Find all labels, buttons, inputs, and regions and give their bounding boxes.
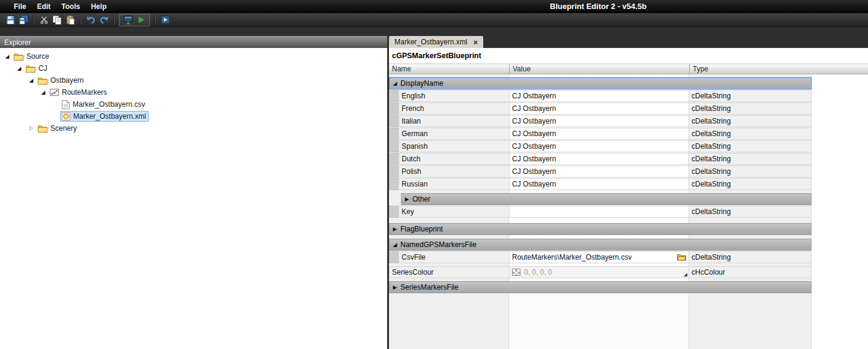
save-button[interactable] (4, 14, 16, 26)
copy-icon (53, 16, 61, 25)
grid-header: Name Value Type (389, 64, 868, 74)
tree-item-cj[interactable]: ◢CJ (0, 62, 387, 74)
tree-label: CJ (38, 64, 47, 73)
tree-node-ostbayern: Ostbayern (36, 75, 86, 86)
export-icon (124, 16, 133, 25)
indent-gutter (389, 128, 399, 140)
tree-node-source: Source (12, 51, 52, 62)
toolbar (0, 13, 868, 27)
prop-value-text: CJ Ostbayern (512, 117, 556, 125)
prop-value[interactable] (509, 206, 689, 218)
browse-folder-icon[interactable] (675, 254, 686, 261)
tab-close-icon[interactable]: × (473, 38, 478, 46)
tree-item-scenery[interactable]: ▷Scenery (0, 122, 387, 134)
column-header-name[interactable]: Name (389, 64, 509, 74)
tree-item-routemarkers[interactable]: ◢RouteMarkers (0, 86, 387, 98)
redo-icon (100, 16, 109, 24)
prop-value[interactable]: 0, 0, 0, 0 (509, 266, 689, 278)
toolbar-separator (33, 15, 34, 25)
indent-gutter (389, 153, 399, 165)
app-window: File Edit Tools Help Blueprint Editor 2 … (0, 0, 868, 349)
redo-button[interactable] (98, 14, 110, 26)
menu-edit[interactable]: Edit (32, 1, 56, 13)
expander-closed-icon[interactable]: ▷ (26, 122, 36, 134)
toolbar-separator (113, 15, 115, 25)
tree-item-ostbayern[interactable]: ◢Ostbayern (0, 74, 387, 86)
prop-type: cDeltaString (689, 153, 812, 165)
copy-button[interactable] (51, 14, 63, 26)
prop-value[interactable]: CJ Ostbayern (509, 178, 689, 190)
explorer-panel: Explorer ◢Source◢CJ◢Ostbayern◢RouteMarke… (0, 36, 387, 349)
run-button[interactable] (135, 14, 147, 26)
prop-type: cDeltaString (689, 251, 812, 263)
menu-file[interactable]: File (8, 1, 32, 13)
prop-value[interactable]: CJ Ostbayern (509, 115, 689, 127)
prop-row-french: FrenchCJ OstbayerncDeltaString (389, 103, 812, 115)
prop-value[interactable]: CJ Ostbayern (509, 90, 689, 102)
explorer-tree: ◢Source◢CJ◢Ostbayern◢RouteMarkersMarker_… (0, 48, 387, 349)
tree-item-marker-ostbayern-csv[interactable]: Marker_Ostbayern.csv (0, 98, 387, 110)
window-title: Blueprint Editor 2 - v54.5b (550, 2, 646, 11)
group-row-seriesmarkersfile[interactable]: ▶SeriesMarkersFile (389, 281, 812, 293)
prop-name: Polish (399, 166, 509, 177)
prop-value[interactable]: RouteMarkers\Marker_Ostbayern.csv (509, 251, 689, 263)
group-row-flagblueprint[interactable]: ▶FlagBlueprint (389, 223, 812, 235)
markerset-icon (50, 88, 59, 97)
tree-item-marker-ostbayern-xml[interactable]: Marker_Ostbayern.xml (0, 110, 387, 122)
prop-value[interactable]: CJ Ostbayern (509, 153, 689, 165)
prop-row-polish: PolishCJ OstbayerncDeltaString (389, 166, 812, 177)
group-row-displayname[interactable]: ◢DisplayName (389, 77, 812, 89)
expander-open-icon[interactable]: ◢ (38, 86, 48, 98)
column-header-type[interactable]: Type (689, 64, 868, 74)
preview-button[interactable] (159, 14, 171, 26)
tree-item-source[interactable]: ◢Source (0, 50, 387, 62)
prop-value[interactable]: CJ Ostbayern (509, 103, 689, 115)
indent-gutter (389, 166, 399, 177)
expander-closed-icon[interactable]: ▶ (402, 194, 412, 204)
menu-help[interactable]: Help (85, 1, 112, 13)
prop-value-text: CJ Ostbayern (512, 142, 556, 151)
paste-button[interactable] (64, 14, 76, 26)
tree-label: Marker_Ostbayern.csv (73, 100, 145, 109)
prop-row-russian: RussianCJ OstbayerncDeltaString (389, 178, 812, 190)
prop-name: French (399, 103, 509, 115)
toolbar-separator (80, 15, 81, 25)
prop-row-english: EnglishCJ OstbayerncDeltaString (389, 90, 812, 102)
expander-open-icon[interactable]: ◢ (26, 74, 36, 86)
prop-name: Key (399, 206, 509, 218)
prop-row-seriescolour: SeriesColour0, 0, 0, 0cHcColour (389, 266, 812, 278)
color-swatch[interactable] (512, 269, 520, 276)
save-all-button[interactable] (17, 14, 29, 26)
indent-gutter (389, 251, 399, 263)
export-button-group (119, 14, 150, 26)
prop-value[interactable]: CJ Ostbayern (509, 140, 689, 152)
prop-type: cDeltaString (689, 140, 812, 152)
prop-type: cDeltaString (689, 90, 812, 102)
tree-node-routemarkers: RouteMarkers (48, 87, 110, 98)
expander-closed-icon[interactable]: ▶ (390, 282, 400, 293)
expander-open-icon[interactable]: ◢ (14, 62, 24, 74)
expander-closed-icon[interactable]: ▶ (390, 224, 400, 234)
dropdown-corner-icon (684, 273, 687, 276)
tree-label: RouteMarkers (62, 88, 107, 97)
cut-button[interactable] (38, 14, 50, 26)
prop-type: cHcColour (689, 266, 812, 278)
group-row-other[interactable]: ▶Other (401, 193, 812, 205)
indent-gutter (389, 206, 399, 218)
column-header-value[interactable]: Value (509, 64, 689, 74)
cut-icon (40, 16, 48, 24)
group-label: NamedGPSMarkersFile (400, 240, 477, 249)
prop-type: cDeltaString (689, 115, 812, 127)
prop-value[interactable]: CJ Ostbayern (509, 166, 689, 177)
tree-label: Ostbayern (50, 76, 83, 85)
expander-open-icon[interactable]: ◢ (390, 78, 400, 89)
export-button[interactable] (122, 14, 134, 26)
prop-value[interactable]: CJ Ostbayern (509, 128, 689, 140)
expander-open-icon[interactable]: ◢ (2, 50, 12, 62)
tab-marker-ostbayern-xml[interactable]: Marker_Ostbayern.xml × (389, 36, 483, 48)
group-row-namedgpsmarkersfile[interactable]: ◢NamedGPSMarkersFile (389, 239, 812, 251)
undo-button[interactable] (85, 14, 97, 26)
expander-open-icon[interactable]: ◢ (390, 239, 400, 250)
menu-tools[interactable]: Tools (56, 1, 85, 13)
xml-icon (62, 112, 70, 121)
